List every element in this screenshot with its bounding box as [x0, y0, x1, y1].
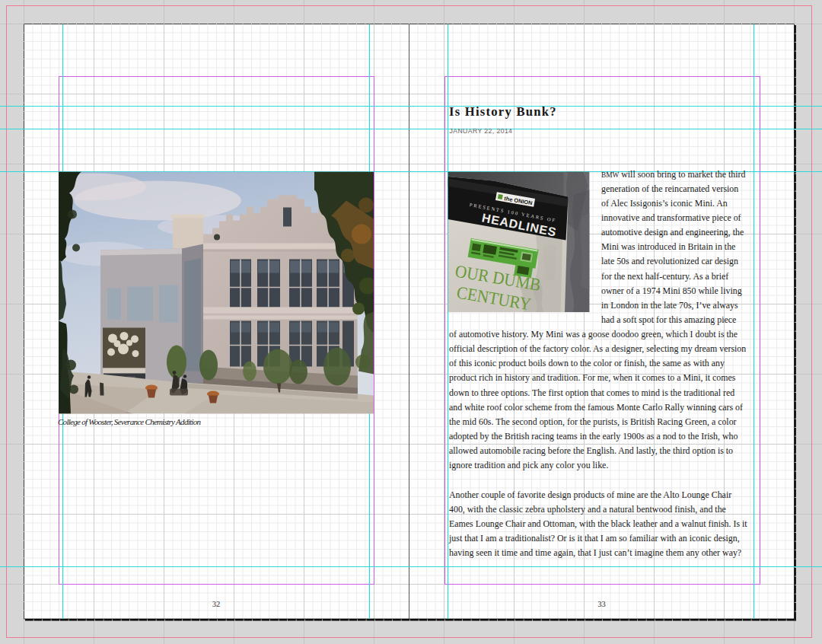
svg-text:33: 33 — [597, 600, 606, 608]
svg-text:JANUARY 22, 2014: JANUARY 22, 2014 — [450, 127, 513, 135]
svg-text:the mid 60s. The second option: the mid 60s. The second option, for the … — [449, 416, 737, 427]
svg-text:Mini was introduced in Britain: Mini was introduced in Britain in the — [601, 241, 735, 252]
svg-text:Another couple of favorite des: Another couple of favorite design produc… — [449, 489, 731, 500]
svg-text:400, with the classic zebra up: 400, with the classic zebra upholstery a… — [449, 504, 726, 515]
svg-text:just that I am a traditionalis: just that I am a traditionalist? Or is i… — [448, 533, 740, 544]
svg-text:BMW will soon bring to market: BMW will soon bring to market the third — [601, 169, 745, 180]
svg-text:in London in the late 70s, I’v: in London in the late 70s, I’ve always — [601, 300, 738, 311]
svg-text:32: 32 — [212, 600, 221, 608]
svg-text:allowed automobile racing befo: allowed automobile racing before the Eng… — [449, 445, 733, 456]
svg-text:having seen it time and time a: having seen it time and time again, that… — [449, 547, 741, 558]
svg-text:down to three options. The fir: down to three options. The first option … — [449, 387, 734, 398]
svg-text:Is History Bunk?: Is History Bunk? — [449, 104, 557, 119]
svg-text:College of Wooster, Severance: College of Wooster, Severance Chemistry … — [58, 417, 201, 426]
svg-text:and white roof color scheme fr: and white roof color scheme from the fam… — [449, 402, 743, 413]
svg-text:innovative and transformative: innovative and transformative piece of — [601, 212, 741, 223]
svg-text:product rich in history and tr: product rich in history and tradition. F… — [449, 372, 736, 383]
svg-text:for the next half-century. As: for the next half-century. As a brief — [601, 271, 728, 282]
svg-text:adopted by the British racing: adopted by the British racing teams in t… — [449, 431, 738, 442]
svg-text:Eames Lounge Chair and Ottoman: Eames Lounge Chair and Ottoman, with the… — [449, 518, 747, 529]
svg-text:owner of a 1974 Mini 850 while: owner of a 1974 Mini 850 while living — [601, 285, 742, 296]
svg-text:ignore tradition and pick any: ignore tradition and pick any color you … — [449, 460, 608, 470]
svg-text:automotive design and engineer: automotive design and engineering, the — [601, 227, 744, 238]
svg-text:of Alec Issigonis’s iconic Min: of Alec Issigonis’s iconic Mini. An — [601, 198, 728, 209]
svg-text:official description of the fa: official description of the factory colo… — [449, 343, 746, 354]
svg-text:generation of the reincarnated: generation of the reincarnated version — [601, 183, 738, 194]
svg-text:had a soft spot for this amazi: had a soft spot for this amazing piece — [601, 314, 736, 325]
svg-text:late 50s and revolutionized ca: late 50s and revolutionized car design — [601, 256, 738, 266]
svg-text:of this iconic product boils d: of this iconic product boils down to the… — [449, 358, 725, 368]
svg-text:of automotive history. My Mini: of automotive history. My Mini was a goo… — [449, 329, 738, 340]
